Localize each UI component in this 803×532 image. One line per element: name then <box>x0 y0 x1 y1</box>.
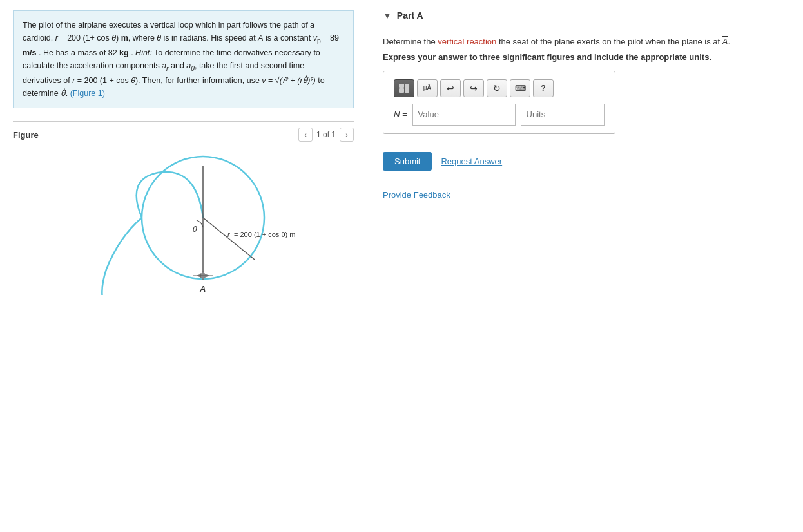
figure-header: Figure ‹ 1 of 1 › <box>13 128 354 142</box>
refresh-button[interactable]: ↻ <box>487 79 507 97</box>
keyboard-button[interactable]: ⌨ <box>510 79 530 97</box>
figure-nav: ‹ 1 of 1 › <box>298 128 354 142</box>
input-label: N = <box>394 109 407 119</box>
redo-icon: ↪ <box>470 83 478 93</box>
refresh-icon: ↻ <box>493 83 501 93</box>
left-panel: The pilot of the airplane executes a ver… <box>0 0 367 532</box>
undo-icon: ↩ <box>447 83 454 93</box>
matrix-button[interactable] <box>394 79 414 97</box>
svg-text:= 200 (1 + cos θ) m: = 200 (1 + cos θ) m <box>234 231 295 238</box>
problem-statement: The pilot of the airplane executes a ver… <box>13 10 354 108</box>
answer-box: μÅ ↩ ↪ ↻ ⌨ <box>383 71 615 134</box>
action-row: Submit Request Answer <box>383 152 788 171</box>
keyboard-icon: ⌨ <box>515 84 526 93</box>
part-header: ▼ Part A <box>383 10 788 26</box>
feedback-link[interactable]: Provide Feedback <box>383 190 450 200</box>
right-panel: ▼ Part A Determine the vertical reaction… <box>367 0 803 532</box>
svg-line-2 <box>203 218 255 260</box>
svg-text:θ: θ <box>193 225 197 234</box>
problem-text: The pilot of the airplane executes a ver… <box>23 21 339 98</box>
figure-section: Figure ‹ 1 of 1 › <box>13 121 354 301</box>
symbol-button[interactable]: μÅ <box>417 79 438 97</box>
question-text: Determine the vertical reaction the seat… <box>383 35 788 48</box>
figure-svg: θ r = 200 (1 + cos θ) m A <box>55 153 313 295</box>
figure-prev-button[interactable]: ‹ <box>298 128 313 142</box>
figure-image: θ r = 200 (1 + cos θ) m A <box>13 147 354 301</box>
submit-button[interactable]: Submit <box>383 152 432 171</box>
help-button[interactable]: ? <box>533 79 554 97</box>
figure-title: Figure <box>13 130 39 140</box>
svg-text:r: r <box>227 231 231 238</box>
figure-next-button[interactable]: › <box>340 128 354 142</box>
svg-text:A: A <box>199 284 206 294</box>
symbol-label: μÅ <box>423 84 431 91</box>
page-indicator: 1 of 1 <box>316 130 336 139</box>
figure-link[interactable]: (Figure 1) <box>70 89 105 98</box>
value-input[interactable] <box>412 104 516 126</box>
help-label: ? <box>541 84 545 93</box>
undo-button[interactable]: ↩ <box>440 79 461 97</box>
redo-button[interactable]: ↪ <box>463 79 484 97</box>
part-collapse-arrow[interactable]: ▼ <box>383 10 392 21</box>
question-highlight: vertical reaction <box>438 37 496 46</box>
part-title: Part A <box>397 10 423 21</box>
toolbar: μÅ ↩ ↪ ↻ ⌨ <box>394 79 605 97</box>
input-row: N = <box>394 104 605 126</box>
request-answer-button[interactable]: Request Answer <box>441 157 502 166</box>
instructions: Express your answer to three significant… <box>383 52 788 62</box>
units-input[interactable] <box>521 104 605 126</box>
